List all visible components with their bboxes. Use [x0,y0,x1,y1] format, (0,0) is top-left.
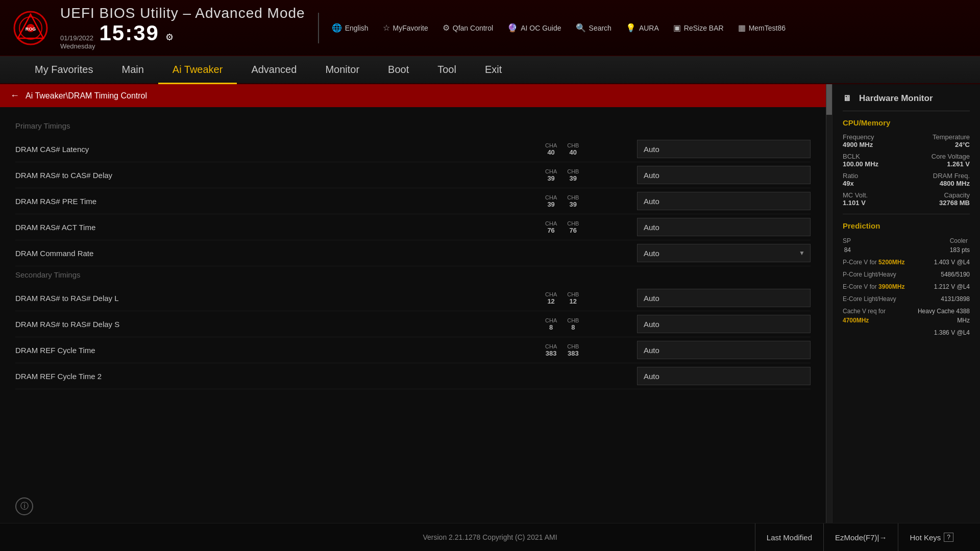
channel-values: CHA 39 CHB 39 [545,194,627,208]
monitor-row: Ratio 49x DRAM Freq. 4800 MHz [843,172,970,187]
scrollbar-track[interactable] [826,84,832,523]
resizebar-toolbar-item[interactable]: ▣ReSize BAR [673,23,724,33]
setting-value[interactable]: Auto [637,140,811,158]
monitor-row: Frequency 4900 MHz Temperature 24°C [843,133,970,148]
monitor-pair: MC Volt. 1.101 V [843,191,906,207]
prediction-section-title: Prediction [843,221,970,230]
memtest-toolbar-item[interactable]: ▦MemTest86 [738,23,786,33]
channel-values: CHA 40 CHB 40 [545,142,627,156]
setting-row: DRAM RAS# to RAS# Delay L CHA 12 CHB 12 … [15,285,811,311]
hardware-monitor-sidebar: 🖥 Hardware Monitor CPU/Memory Frequency … [832,84,980,523]
prediction-subrow2: P-Core Light/Heavy 5486/5190 [843,270,970,279]
monitor-rows: Frequency 4900 MHz Temperature 24°C BCLK… [843,133,970,207]
monitor-pair: BCLK 100.00 MHz [843,153,906,168]
setting-row: DRAM RAS# PRE Time CHA 39 CHB 39 Auto [15,188,811,214]
header-toolbar: 🌐English☆MyFavorite⚙Qfan Control🔮AI OC G… [332,23,970,33]
qfan-toolbar-item[interactable]: ⚙Qfan Control [443,23,493,33]
scrollbar-thumb[interactable] [826,84,832,115]
memtest-toolbar-item-icon: ▦ [738,23,746,33]
breadcrumb-bar: ← Ai Tweaker\DRAM Timing Control [0,84,826,107]
rog-logo: ROG [10,9,51,47]
setting-name: DRAM REF Cycle Time [15,346,545,355]
setting-value[interactable]: Auto [637,166,811,184]
section-label-secondary-timings: Secondary Timings [15,266,811,285]
setting-value[interactable]: Auto [637,289,811,307]
section-label-primary-timings: Primary Timings [15,117,811,136]
setting-row: DRAM RAS# ACT Time CHA 76 CHB 76 Auto [15,214,811,240]
aura-toolbar-item[interactable]: 💡AURA [626,23,659,33]
setting-value[interactable]: Auto [637,341,811,359]
prediction-cache-subrow: Cache V req for 4700MHz Heavy Cache 4388… [843,307,970,325]
hotkeys-button[interactable]: Hot Keys ? [898,523,965,552]
setting-row: DRAM RAS# to RAS# Delay S CHA 8 CHB 8 Au… [15,311,811,337]
setting-value[interactable]: Auto [637,244,811,262]
aioc-toolbar-item[interactable]: 🔮AI OC Guide [507,23,561,33]
content-area: ← Ai Tweaker\DRAM Timing Control Primary… [0,84,826,523]
info-button[interactable]: ⓘ [15,497,33,515]
cha-block: CHA 40 [545,142,557,156]
prediction-ecore-subrow: E-Core V for 3900MHz 1.212 V @L4 [843,282,970,291]
cha-block: CHA 39 [545,168,557,182]
chb-block: CHB 8 [567,317,579,331]
channel-values: CHA 39 CHB 39 [545,168,627,182]
cha-block: CHA 12 [545,291,557,305]
setting-value[interactable]: Auto [637,218,811,236]
nav-item-advanced[interactable]: Advanced [237,56,311,84]
nav-item-ai-tweaker[interactable]: Ai Tweaker [158,56,237,84]
cpu-memory-section-title: CPU/Memory [843,118,970,127]
cha-block: CHA 76 [545,220,557,234]
chb-block: CHB 12 [567,291,579,305]
nav-item-main[interactable]: Main [107,56,158,84]
pred-cooler: Cooler 183 pts [950,236,970,255]
monitor-row: BCLK 100.00 MHz Core Voltage 1.261 V [843,153,970,168]
prediction-cache-subrow2: 1.386 V @L4 [843,328,970,337]
footer: Version 2.21.1278 Copyright (C) 2021 AMI… [0,523,980,551]
prediction-section: Prediction SP 84 Cooler 183 pts P-Core V… [843,221,970,337]
setting-name: DRAM RAS# to RAS# Delay S [15,320,545,329]
datetime-block: 01/19/2022 Wednesday 15:39 ⚙ [60,22,305,50]
prediction-rows: SP 84 Cooler 183 pts P-Core V for 5200MH… [843,236,970,337]
english-toolbar-item-icon: 🌐 [332,23,342,33]
setting-row: DRAM REF Cycle Time 2Auto [15,363,811,389]
header-title-block: UEFI BIOS Utility – Advanced Mode 01/19/… [60,5,305,50]
chb-block: CHB 383 [567,343,579,357]
myfavorite-toolbar-item[interactable]: ☆MyFavorite [383,23,428,33]
monitor-pair: Frequency 4900 MHz [843,133,906,148]
channel-values: CHA 8 CHB 8 [545,317,627,331]
setting-name: DRAM Command Rate [15,249,545,258]
cha-block: CHA 39 [545,194,557,208]
setting-row: DRAM CAS# Latency CHA 40 CHB 40 Auto [15,136,811,162]
cha-block: CHA 383 [545,343,557,357]
monitor-pair: Ratio 49x [843,172,906,187]
setting-value[interactable]: Auto [637,192,811,210]
channel-values: CHA 12 CHB 12 [545,291,627,305]
setting-value[interactable]: Auto [637,315,811,333]
setting-value[interactable]: Auto [637,367,811,385]
search-toolbar-item[interactable]: 🔍Search [576,23,611,33]
prediction-ecore-subrow2: E-Core Light/Heavy 4131/3898 [843,294,970,304]
qfan-toolbar-item-icon: ⚙ [443,23,450,33]
chb-block: CHB 39 [567,168,579,182]
prediction-ecore-row: E-Core V for 3900MHz 1.212 V @L4 E-Core … [843,282,970,304]
nav-item-my-favorites[interactable]: My Favorites [20,56,107,84]
monitor-pair-right: Temperature 24°C [906,133,970,148]
header: ROG UEFI BIOS Utility – Advanced Mode 01… [0,0,980,56]
aioc-toolbar-item-icon: 🔮 [507,23,518,33]
nav-item-exit[interactable]: Exit [471,56,516,84]
nav-item-monitor[interactable]: Monitor [311,56,374,84]
breadcrumb-back-button[interactable]: ← [10,90,19,101]
main-layout: ← Ai Tweaker\DRAM Timing Control Primary… [0,84,980,523]
nav-item-boot[interactable]: Boot [374,56,423,84]
setting-name: DRAM REF Cycle Time 2 [15,372,545,381]
sidebar-title: 🖥 Hardware Monitor [843,93,970,111]
setting-name: DRAM RAS# to CAS# Delay [15,171,545,180]
monitor-icon: 🖥 [843,94,851,103]
english-toolbar-item[interactable]: 🌐English [332,23,369,33]
footer-version: Version 2.21.1278 Copyright (C) 2021 AMI [423,533,557,541]
settings-gear-icon[interactable]: ⚙ [165,32,174,43]
ezmode-button[interactable]: EzMode(F7)|→ [823,523,898,552]
svg-text:ROG: ROG [25,27,36,32]
nav-item-tool[interactable]: Tool [423,56,471,84]
last-modified-button[interactable]: Last Modified [755,523,823,552]
setting-row: DRAM REF Cycle Time CHA 383 CHB 383 Auto [15,337,811,363]
